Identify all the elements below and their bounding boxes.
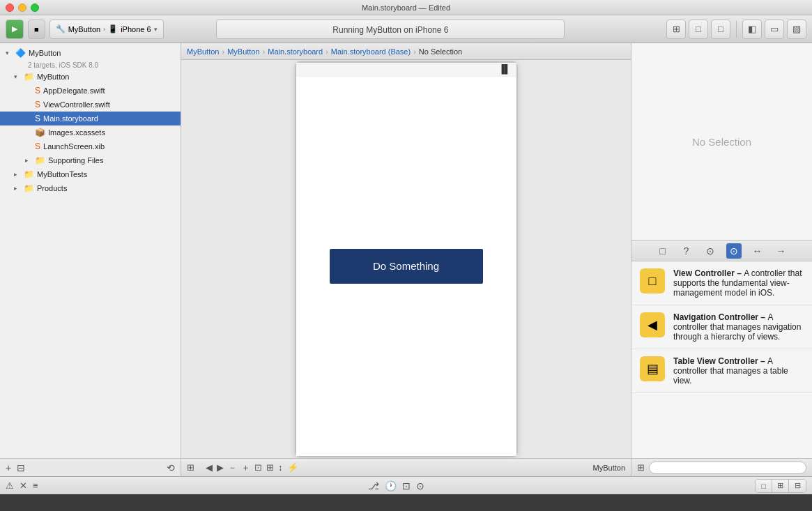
- editor-area: MyButton › MyButton › Main.storyboard › …: [181, 43, 631, 476]
- library-info-tablecontroller: Table View Controller – A controller tha…: [673, 356, 804, 386]
- inspector-button[interactable]: □: [689, 20, 708, 39]
- sidebar-label-mybutton: MyButton: [37, 73, 69, 81]
- expand-editor-button[interactable]: ⊞: [187, 462, 194, 473]
- swift-icon: S: [35, 100, 40, 109]
- warning-icon[interactable]: ⚠: [6, 480, 14, 491]
- right-panel-button[interactable]: ▨: [787, 20, 806, 39]
- expand-icon: [6, 49, 14, 56]
- layout-button[interactable]: ⊞: [266, 462, 274, 473]
- bug-icon[interactable]: ⊡: [402, 480, 411, 491]
- library-item-tablecontroller[interactable]: ▤ Table View Controller – A controller t…: [631, 349, 812, 393]
- left-panel-button[interactable]: ◧: [742, 20, 762, 39]
- toolbar: ▶ ■ 🔧 MyButton › 📱 iPhone 6 ▾ Running My…: [0, 15, 812, 43]
- sidebar-item-appdelegate[interactable]: S AppDelegate.swift: [0, 84, 181, 98]
- issue-button[interactable]: ⚡: [287, 462, 298, 473]
- close-button[interactable]: [6, 3, 14, 12]
- title-bar: Main.storyboard — Edited: [0, 0, 812, 15]
- expand-icon: [14, 73, 22, 80]
- zoom-in-button[interactable]: ＋: [241, 462, 250, 474]
- library-search-bar: ⊞: [631, 458, 812, 476]
- library-title-table: Table View Controller – A controller tha…: [673, 356, 804, 386]
- sidebar-item-images[interactable]: 📦 Images.xcassets: [0, 125, 181, 139]
- chevron-right-icon: ›: [103, 26, 105, 33]
- traffic-lights: [6, 3, 39, 12]
- assistant-editor-button[interactable]: ⊞: [772, 480, 789, 492]
- storyboard-canvas[interactable]: ▐▌ Do Something: [181, 60, 631, 458]
- viewcontroller-icon: □: [640, 268, 665, 293]
- grid-view-icon[interactable]: ⊞: [637, 462, 645, 473]
- library-item-navcontroller[interactable]: ◀ Navigation Controller – A controller t…: [631, 305, 812, 349]
- connections-inspector-icon[interactable]: →: [774, 243, 789, 259]
- quick-help-icon[interactable]: ?: [679, 243, 694, 259]
- history-button[interactable]: ⟲: [167, 462, 175, 473]
- breadcrumb-storyboard[interactable]: Main.storyboard: [268, 47, 323, 56]
- sidebar-item-mybutton-group[interactable]: 📁 MyButton: [0, 70, 181, 84]
- library-info-viewcontroller: View Controller – A controller that supp…: [673, 268, 804, 298]
- stop-button[interactable]: ■: [28, 20, 45, 39]
- sidebar-item-launchscreen[interactable]: S LaunchScreen.xib: [0, 139, 181, 153]
- sidebar-item-mainstoryboard[interactable]: S Main.storyboard: [0, 112, 181, 125]
- cpu-icon[interactable]: ⊙: [416, 480, 424, 491]
- sidebar-item-tests[interactable]: 📁 MyButtonTests: [0, 167, 181, 181]
- clock-icon[interactable]: 🕐: [385, 480, 397, 491]
- xib-icon: S: [35, 142, 40, 151]
- bottom-right: □ ⊞ ⊟: [755, 479, 806, 493]
- folder-icon: 📁: [24, 169, 34, 179]
- standard-editor-button[interactable]: □: [756, 480, 772, 492]
- sidebar-item-supporting[interactable]: 📁 Supporting Files: [0, 153, 181, 167]
- sidebar-label-mainstoryboard: Main.storyboard: [43, 114, 98, 123]
- mybutton-bottom-label: MyButton: [593, 464, 625, 472]
- filter-button[interactable]: ⊟: [17, 462, 25, 473]
- sidebar-item-project[interactable]: 🔷 MyButton: [0, 46, 181, 60]
- device-icon: 📱: [108, 24, 118, 33]
- breadcrumb-mybutton1[interactable]: MyButton: [187, 47, 219, 56]
- tablecontroller-icon: ▤: [640, 356, 665, 381]
- zoom-out-button[interactable]: －: [228, 462, 237, 474]
- iphone-frame: ▐▌ Do Something: [295, 61, 518, 457]
- sidebar-content: 🔷 MyButton 2 targets, iOS SDK 8.0 📁 MyBu…: [0, 43, 181, 458]
- breadcrumb-storyboard-base[interactable]: Main.storyboard (Base): [331, 47, 411, 56]
- play-button[interactable]: ▶: [6, 20, 24, 39]
- scheme-name: MyButton: [68, 25, 100, 33]
- filter-icon[interactable]: ≡: [33, 480, 38, 491]
- sidebar-item-project-subtitle: 2 targets, iOS SDK 8.0: [0, 60, 181, 70]
- layout-button[interactable]: ⊞: [666, 20, 686, 39]
- iphone-statusbar: ▐▌: [296, 63, 516, 77]
- back-button[interactable]: ◀: [206, 462, 213, 473]
- forward-button[interactable]: ▶: [217, 462, 224, 473]
- add-file-button[interactable]: +: [6, 462, 11, 473]
- identity-inspector-icon[interactable]: ⊙: [703, 243, 718, 259]
- breadcrumb-mybutton2[interactable]: MyButton: [227, 47, 259, 56]
- collapse-icon: [25, 157, 33, 164]
- iphone-content: Do Something: [296, 77, 516, 456]
- sidebar-label-images: Images.xcassets: [48, 128, 105, 137]
- file-inspector-icon[interactable]: □: [655, 243, 671, 259]
- branch-icon[interactable]: ⎇: [368, 480, 379, 491]
- sidebar-item-products[interactable]: 📁 Products: [0, 181, 181, 195]
- error-icon[interactable]: ✕: [20, 480, 27, 491]
- center-panel-button[interactable]: ▭: [765, 20, 784, 39]
- fullscreen-button[interactable]: [31, 3, 39, 12]
- version-editor-button[interactable]: ⊟: [789, 480, 806, 492]
- library-list: □ View Controller – A controller that su…: [631, 261, 812, 458]
- do-something-button[interactable]: Do Something: [330, 249, 483, 284]
- no-selection-text: No Selection: [692, 136, 751, 148]
- play-icon: ▶: [12, 24, 17, 33]
- fit-button[interactable]: ⊡: [254, 462, 262, 473]
- editor-bottom-bar: ⊞ ◀ ▶ － ＋ ⊡ ⊞ ↕ ⚡ MyButton: [181, 458, 631, 476]
- stop-icon: ■: [34, 25, 39, 33]
- inspector-top: No Selection: [631, 43, 812, 240]
- minimize-button[interactable]: [18, 3, 26, 12]
- library-item-viewcontroller[interactable]: □ View Controller – A controller that su…: [631, 261, 812, 305]
- editor-segment: □ ⊞ ⊟: [755, 479, 806, 493]
- attributes-inspector-icon[interactable]: ⊙: [726, 243, 742, 259]
- sidebar-item-viewcontroller[interactable]: S ViewController.swift: [0, 98, 181, 112]
- device-name: iPhone 6: [121, 25, 151, 33]
- collapse-icon: [14, 171, 22, 178]
- editor-button[interactable]: □: [711, 20, 730, 39]
- size-inspector-icon[interactable]: ↔: [750, 243, 765, 259]
- constraint-button[interactable]: ↕: [278, 462, 283, 473]
- library-search-input[interactable]: [649, 462, 806, 474]
- scheme-icon: 🔧: [56, 24, 66, 33]
- scheme-selector[interactable]: 🔧 MyButton › 📱 iPhone 6 ▾: [49, 20, 164, 39]
